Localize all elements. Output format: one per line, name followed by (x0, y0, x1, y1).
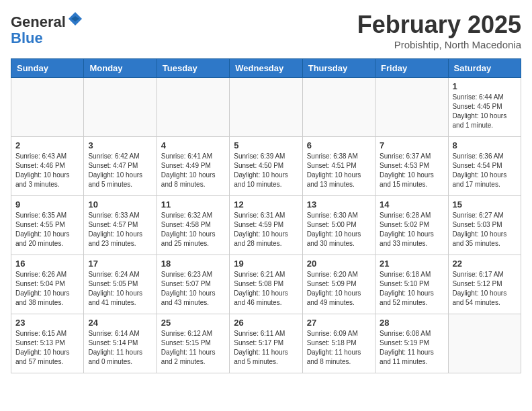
location-subtitle: Probishtip, North Macedonia (357, 39, 521, 50)
day-info: Sunrise: 6:31 AM Sunset: 4:59 PM Dayligh… (234, 211, 298, 248)
day-info: Sunrise: 6:08 AM Sunset: 5:19 PM Dayligh… (380, 329, 443, 367)
calendar-cell: 15Sunrise: 6:27 AM Sunset: 5:03 PM Dayli… (448, 196, 521, 255)
day-number: 25 (161, 318, 225, 328)
day-number: 5 (234, 140, 298, 150)
calendar-cell (375, 78, 448, 137)
day-number: 9 (15, 199, 79, 210)
day-info: Sunrise: 6:17 AM Sunset: 5:12 PM Dayligh… (453, 270, 517, 308)
calendar-cell: 9Sunrise: 6:35 AM Sunset: 4:55 PM Daylig… (11, 196, 84, 255)
logo-general-text: General (11, 13, 66, 30)
calendar-cell: 18Sunrise: 6:23 AM Sunset: 5:07 PM Dayli… (157, 255, 229, 314)
title-block: February 2025 Probishtip, North Macedoni… (357, 11, 521, 50)
calendar-cell: 6Sunrise: 6:38 AM Sunset: 4:51 PM Daylig… (302, 137, 375, 196)
logo-blue-text: Blue (11, 30, 83, 46)
calendar-cell: 14Sunrise: 6:28 AM Sunset: 5:02 PM Dayli… (375, 196, 448, 255)
day-number: 2 (15, 140, 79, 150)
calendar-cell (230, 78, 302, 137)
day-number: 23 (15, 318, 79, 328)
day-number: 8 (453, 140, 517, 150)
calendar-header-friday: Friday (375, 59, 448, 78)
day-number: 18 (161, 259, 225, 269)
day-info: Sunrise: 6:42 AM Sunset: 4:47 PM Dayligh… (88, 152, 152, 189)
day-number: 7 (380, 140, 443, 150)
calendar-cell: 2Sunrise: 6:43 AM Sunset: 4:46 PM Daylig… (11, 137, 84, 196)
calendar-cell: 21Sunrise: 6:18 AM Sunset: 5:10 PM Dayli… (375, 255, 448, 314)
day-info: Sunrise: 6:11 AM Sunset: 5:17 PM Dayligh… (234, 329, 298, 367)
day-number: 4 (161, 140, 225, 150)
day-info: Sunrise: 6:27 AM Sunset: 5:03 PM Dayligh… (453, 211, 517, 248)
day-info: Sunrise: 6:33 AM Sunset: 4:57 PM Dayligh… (88, 211, 152, 248)
day-info: Sunrise: 6:36 AM Sunset: 4:54 PM Dayligh… (453, 152, 517, 189)
day-number: 21 (380, 259, 443, 269)
day-number: 22 (453, 259, 517, 269)
day-info: Sunrise: 6:43 AM Sunset: 4:46 PM Dayligh… (15, 152, 79, 189)
day-info: Sunrise: 6:26 AM Sunset: 5:04 PM Dayligh… (15, 270, 79, 308)
day-info: Sunrise: 6:32 AM Sunset: 4:58 PM Dayligh… (161, 211, 225, 248)
calendar-cell: 23Sunrise: 6:15 AM Sunset: 5:13 PM Dayli… (11, 314, 84, 373)
calendar-header-thursday: Thursday (302, 59, 375, 78)
day-number: 13 (307, 199, 371, 210)
day-number: 17 (88, 259, 152, 269)
day-info: Sunrise: 6:21 AM Sunset: 5:08 PM Dayligh… (234, 270, 298, 308)
page-header: General Blue February 2025 Probishtip, N… (11, 11, 521, 50)
day-info: Sunrise: 6:37 AM Sunset: 4:53 PM Dayligh… (380, 152, 443, 189)
calendar-cell: 4Sunrise: 6:41 AM Sunset: 4:49 PM Daylig… (157, 137, 229, 196)
calendar-cell: 3Sunrise: 6:42 AM Sunset: 4:47 PM Daylig… (84, 137, 157, 196)
day-number: 12 (234, 199, 298, 210)
calendar-week-row-1: 2Sunrise: 6:43 AM Sunset: 4:46 PM Daylig… (11, 137, 521, 196)
calendar-cell: 24Sunrise: 6:14 AM Sunset: 5:14 PM Dayli… (84, 314, 157, 373)
calendar-cell: 12Sunrise: 6:31 AM Sunset: 4:59 PM Dayli… (230, 196, 302, 255)
day-info: Sunrise: 6:39 AM Sunset: 4:50 PM Dayligh… (234, 152, 298, 189)
day-number: 15 (453, 199, 517, 210)
day-number: 1 (453, 81, 517, 91)
day-info: Sunrise: 6:23 AM Sunset: 5:07 PM Dayligh… (161, 270, 225, 308)
month-title: February 2025 (357, 11, 521, 39)
calendar-week-row-4: 23Sunrise: 6:15 AM Sunset: 5:13 PM Dayli… (11, 314, 521, 373)
calendar-cell: 25Sunrise: 6:12 AM Sunset: 5:15 PM Dayli… (157, 314, 229, 373)
day-info: Sunrise: 6:24 AM Sunset: 5:05 PM Dayligh… (88, 270, 152, 308)
calendar-cell (302, 78, 375, 137)
calendar-cell: 17Sunrise: 6:24 AM Sunset: 5:05 PM Dayli… (84, 255, 157, 314)
day-info: Sunrise: 6:35 AM Sunset: 4:55 PM Dayligh… (15, 211, 79, 248)
calendar-header-monday: Monday (84, 59, 157, 78)
calendar-cell: 8Sunrise: 6:36 AM Sunset: 4:54 PM Daylig… (448, 137, 521, 196)
calendar-cell (11, 78, 84, 137)
day-info: Sunrise: 6:12 AM Sunset: 5:15 PM Dayligh… (161, 329, 225, 367)
calendar-week-row-0: 1Sunrise: 6:44 AM Sunset: 4:45 PM Daylig… (11, 78, 521, 137)
logo-icon (67, 11, 83, 27)
calendar-cell: 26Sunrise: 6:11 AM Sunset: 5:17 PM Dayli… (230, 314, 302, 373)
calendar-cell: 13Sunrise: 6:30 AM Sunset: 5:00 PM Dayli… (302, 196, 375, 255)
day-info: Sunrise: 6:14 AM Sunset: 5:14 PM Dayligh… (88, 329, 152, 367)
day-info: Sunrise: 6:30 AM Sunset: 5:00 PM Dayligh… (307, 211, 371, 248)
calendar-header-tuesday: Tuesday (157, 59, 229, 78)
day-number: 14 (380, 199, 443, 210)
calendar-cell: 1Sunrise: 6:44 AM Sunset: 4:45 PM Daylig… (448, 78, 521, 137)
calendar-week-row-3: 16Sunrise: 6:26 AM Sunset: 5:04 PM Dayli… (11, 255, 521, 314)
calendar-cell (84, 78, 157, 137)
calendar-cell: 22Sunrise: 6:17 AM Sunset: 5:12 PM Dayli… (448, 255, 521, 314)
calendar-cell: 27Sunrise: 6:09 AM Sunset: 5:18 PM Dayli… (302, 314, 375, 373)
calendar-cell (157, 78, 229, 137)
calendar-cell: 11Sunrise: 6:32 AM Sunset: 4:58 PM Dayli… (157, 196, 229, 255)
day-number: 6 (307, 140, 371, 150)
calendar-cell: 16Sunrise: 6:26 AM Sunset: 5:04 PM Dayli… (11, 255, 84, 314)
day-number: 3 (88, 140, 152, 150)
day-info: Sunrise: 6:38 AM Sunset: 4:51 PM Dayligh… (307, 152, 371, 189)
calendar-header-sunday: Sunday (11, 59, 84, 78)
calendar-cell: 7Sunrise: 6:37 AM Sunset: 4:53 PM Daylig… (375, 137, 448, 196)
logo: General Blue (11, 11, 83, 46)
calendar-week-row-2: 9Sunrise: 6:35 AM Sunset: 4:55 PM Daylig… (11, 196, 521, 255)
calendar-header-row: SundayMondayTuesdayWednesdayThursdayFrid… (11, 59, 521, 78)
calendar-cell (448, 314, 521, 373)
day-number: 28 (380, 318, 443, 328)
day-info: Sunrise: 6:41 AM Sunset: 4:49 PM Dayligh… (161, 152, 225, 189)
calendar-header-saturday: Saturday (448, 59, 521, 78)
day-number: 27 (307, 318, 371, 328)
day-number: 16 (15, 259, 79, 269)
day-number: 24 (88, 318, 152, 328)
day-info: Sunrise: 6:09 AM Sunset: 5:18 PM Dayligh… (307, 329, 371, 367)
day-number: 19 (234, 259, 298, 269)
day-number: 11 (161, 199, 225, 210)
day-info: Sunrise: 6:28 AM Sunset: 5:02 PM Dayligh… (380, 211, 443, 248)
day-info: Sunrise: 6:44 AM Sunset: 4:45 PM Dayligh… (453, 93, 517, 130)
